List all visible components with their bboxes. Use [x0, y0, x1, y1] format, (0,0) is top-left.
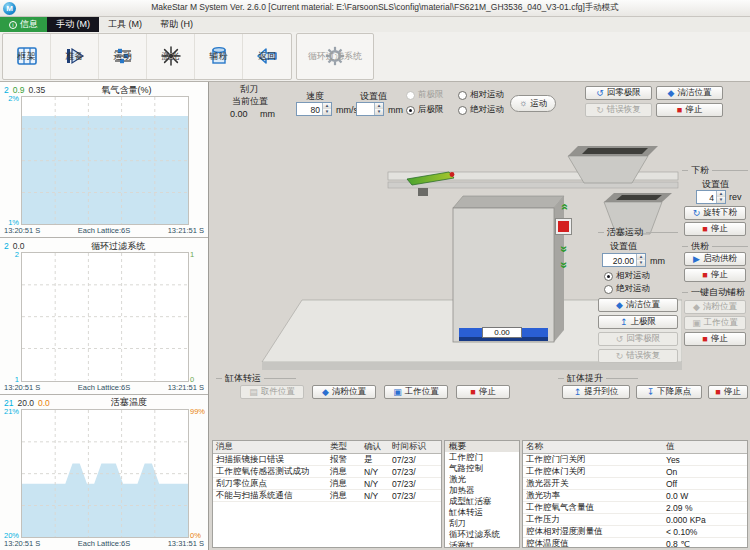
toolbar-prepare-button[interactable]: 准备: [51, 34, 99, 79]
toolbar-laser-button[interactable]: 激光: [147, 34, 195, 79]
toolbar-powder-button[interactable]: 辅粉: [195, 34, 243, 79]
speed-spinner[interactable]: 80 ▲▼: [296, 102, 332, 116]
rotate-powder-down-button[interactable]: ↻ 旋转下粉: [684, 206, 746, 220]
list-item[interactable]: 概要: [445, 441, 519, 452]
stop-icon: ■: [677, 106, 682, 115]
toolbar-frame-button[interactable]: 框架: [3, 34, 51, 79]
auto-spread-stop-button[interactable]: ■ 停止: [684, 332, 746, 346]
home-icon: ↺: [616, 335, 624, 344]
powder-down-unit: rev: [729, 192, 742, 202]
spinner-arrows[interactable]: ▲▼: [716, 191, 725, 203]
scraper-clean-position-button[interactable]: ◆ 清洁位置: [656, 86, 723, 100]
table-row[interactable]: 腔体温度值 0.8 ℃: [523, 538, 747, 548]
clean-icon: ◆: [693, 303, 700, 312]
table-row[interactable]: 扫描振镜接口错误 报警 是 07/23/: [213, 454, 441, 466]
list-item[interactable]: 刮刀: [445, 518, 519, 529]
speed-unit: mm/s: [336, 105, 358, 115]
list-item[interactable]: 加热器: [445, 485, 519, 496]
transfer-clean-position-button[interactable]: ◆ 清粉位置: [312, 385, 376, 399]
property-value: On: [663, 467, 747, 477]
speed-value[interactable]: 80: [297, 103, 322, 115]
chevron-up-icon[interactable]: »: [554, 200, 574, 214]
list-item[interactable]: 缸体转运: [445, 507, 519, 518]
table-row[interactable]: 工作腔氧气含量值 2.09 %: [523, 502, 747, 514]
piston-set-value[interactable]: 20.00: [603, 254, 636, 266]
powder-supply-stop-button[interactable]: ■ 停止: [684, 268, 746, 282]
piston-clean-position-button[interactable]: ◆ 清洁位置: [598, 298, 678, 312]
stop-icon: ■: [470, 388, 475, 397]
table-row[interactable]: 工作腔体门关闭 On: [523, 466, 747, 478]
table-row[interactable]: 激光器开关 Off: [523, 478, 747, 490]
message-cell: 工作腔氧传感器测试成功: [213, 466, 327, 478]
start-powder-supply-button[interactable]: ▶ 启动供粉: [684, 252, 746, 266]
x-end-label: 13:21:51 S: [168, 383, 204, 392]
property-name: 工作腔门闩关闭: [523, 454, 663, 466]
spinner-arrows[interactable]: ▲▼: [636, 254, 645, 266]
radio-scraper-relative[interactable]: 相对运动: [458, 89, 504, 101]
chevron-down-icon[interactable]: »: [554, 258, 574, 272]
powder-down-stop-button[interactable]: ■ 停止: [684, 222, 746, 236]
table-row[interactable]: 不能与扫描系统通信 消息 N/Y 07/23/: [213, 490, 441, 502]
lift-stop-button[interactable]: ■ 停止: [708, 385, 748, 399]
scraper-set-spinner[interactable]: ▲▼: [356, 102, 384, 116]
menu-tab-tools[interactable]: 工具 (M): [99, 17, 151, 32]
bed-height-readout: 0.00: [482, 327, 522, 338]
powder-down-value[interactable]: 4: [697, 191, 716, 203]
scraper-move-button[interactable]: ☼ 运动: [510, 95, 556, 112]
button-label: 提升到位: [584, 386, 618, 398]
lower-origin-button[interactable]: ↧ 下降原点: [636, 385, 702, 399]
transfer-work-position-button[interactable]: ▣ 工作位置: [384, 385, 448, 399]
list-item[interactable]: 气路控制: [445, 463, 519, 474]
list-item[interactable]: 成型缸活塞: [445, 496, 519, 507]
current-position-label: 当前位置: [232, 95, 268, 108]
chevron-down-icon[interactable]: »: [554, 242, 574, 256]
toolbar-back-button[interactable]: 返回: [243, 34, 291, 79]
spinner-arrows[interactable]: ▲▼: [374, 103, 383, 115]
button-label: 启动供粉: [703, 253, 737, 265]
menu-tab-help[interactable]: 帮助 (H): [151, 17, 202, 32]
toolbar-main-group: 框架 准备 运动 激光 辅粉 返回: [2, 33, 292, 80]
button-label: 清洁位置: [626, 299, 660, 311]
radio-dot: [458, 106, 467, 115]
scraper-set-value[interactable]: [357, 103, 374, 115]
radio-back-limit[interactable]: 后极限: [406, 104, 444, 116]
piston-upper-limit-button[interactable]: ↥ 上极限: [598, 315, 678, 329]
x-end-label: 13:21:51 S: [168, 226, 204, 235]
machine-stop-button[interactable]: [556, 219, 571, 234]
button-label: 下降原点: [657, 386, 691, 398]
list-item[interactable]: 活塞缸: [445, 540, 519, 548]
message-cell: 刮刀零位原点: [213, 478, 327, 490]
list-item[interactable]: 循环过滤系统: [445, 529, 519, 540]
y-axis-right: [189, 96, 206, 225]
menu-tab-label: 手动 (M): [56, 18, 90, 31]
table-row[interactable]: 腔体相对湿度测量值 < 0.10%: [523, 526, 747, 538]
scraper-stop-button[interactable]: ■ 停止: [656, 103, 723, 117]
chart-value-1: 20.0: [17, 398, 34, 408]
x-axis: 13:20:51 S Each Lattice:6S 13:21:51 S: [2, 382, 206, 393]
table-row[interactable]: 激光功率 0.0 W: [523, 490, 747, 502]
x-axis: 13:20:51 S Each Lattice:6S 13:21:51 S: [2, 225, 206, 236]
menu-tab-manual[interactable]: 手动 (M): [47, 17, 99, 32]
lift-up-button[interactable]: ↥ 提升到位: [562, 385, 630, 399]
table-row[interactable]: 工作腔门闩关闭 Yes: [523, 454, 747, 466]
radio-scraper-absolute[interactable]: 绝对运动: [458, 104, 504, 116]
radio-dot: [604, 285, 613, 294]
spinner-arrows[interactable]: ▲▼: [322, 103, 331, 115]
message-table: 消息 类型 确认 时间标识 扫描振镜接口错误 报警 是 07/23/ 工作腔氧传…: [212, 440, 442, 548]
y-axis-bottom-label: 20%: [4, 531, 19, 540]
list-item[interactable]: 工作腔门: [445, 452, 519, 463]
table-row[interactable]: 刮刀零位原点 消息 N/Y 07/23/: [213, 478, 441, 490]
radio-piston-relative[interactable]: 相对运动: [604, 270, 650, 282]
list-item[interactable]: 激光: [445, 474, 519, 485]
table-row[interactable]: 工作压力 0.000 KPa: [523, 514, 747, 526]
toolbar-motion-button[interactable]: 运动: [99, 34, 147, 79]
button-label: 停止: [711, 269, 728, 281]
scraper-home-limit-button[interactable]: ↺ 回零极限: [585, 86, 652, 100]
piston-set-spinner[interactable]: 20.00 ▲▼: [602, 253, 646, 267]
table-row[interactable]: 工作腔氧传感器测试成功 消息 N/Y 07/23/: [213, 466, 441, 478]
piston-set-unit: mm: [650, 256, 665, 266]
transfer-stop-button[interactable]: ■ 停止: [456, 385, 510, 399]
radio-piston-absolute[interactable]: 绝对运动: [604, 283, 650, 295]
menu-tab-info[interactable]: i 信息: [0, 17, 47, 32]
powder-down-spinner[interactable]: 4 ▲▼: [696, 190, 726, 204]
